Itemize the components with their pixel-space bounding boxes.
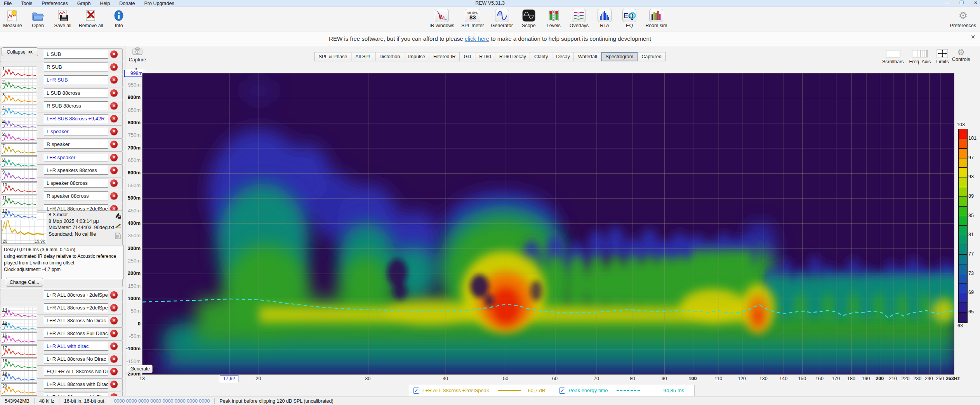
graph-controls-button[interactable]: ⚙ Controls — [952, 48, 970, 62]
remove-measurement-icon[interactable]: ✕ — [110, 368, 118, 375]
message-close-icon[interactable]: ✕ — [971, 34, 975, 40]
remove-measurement-icon[interactable]: ✕ — [110, 154, 118, 161]
measurement-thumbnail[interactable]: 3 — [1, 92, 37, 104]
close-icon[interactable]: ✕ — [974, 0, 978, 5]
selected-measurement-panel[interactable]: 132019,9k8-3.mdat8 Μαρ 2025 4:03:14 μμMi… — [0, 210, 123, 287]
menu-item-preferences[interactable]: Preferences — [42, 1, 68, 6]
toolbar-button-eq[interactable]: EQEQ — [620, 9, 638, 28]
toolbar-button-scope[interactable]: Scope — [520, 9, 538, 28]
graph-tab-spectrogram[interactable]: Spectrogram — [601, 52, 638, 61]
graph-tab-waterfall[interactable]: Waterfall — [574, 52, 601, 61]
measurement-thumbnail[interactable]: 8 — [1, 156, 37, 169]
notes-icon[interactable] — [115, 233, 122, 240]
remove-measurement-icon[interactable]: ✕ — [110, 89, 118, 97]
graph-tab-spl-phase[interactable]: SPL & Phase — [314, 52, 351, 61]
measurement-name-field[interactable]: L+R speakers 88cross — [44, 166, 108, 175]
remove-measurement-icon[interactable]: ✕ — [110, 128, 118, 135]
graph-tab-decay[interactable]: Decay — [552, 52, 574, 61]
toolbar-button-remove-all[interactable]: Remove all — [79, 9, 103, 28]
measurement-name-field[interactable]: R SUB 88cross — [44, 101, 108, 110]
collapse-sidebar-button[interactable]: Collapse ≪ — [2, 47, 38, 56]
trace-style-icon[interactable] — [115, 223, 122, 229]
remove-measurement-icon[interactable]: ✕ — [110, 291, 118, 299]
graph-tab-distortion[interactable]: Distortion — [375, 52, 404, 61]
legend-checkbox[interactable]: ✓ — [559, 388, 565, 394]
toolbar-button-preferences[interactable]: ⚙Preferences — [950, 9, 976, 28]
remove-measurement-icon[interactable]: ✕ — [110, 381, 118, 388]
measurement-name-field[interactable]: R speaker — [44, 140, 108, 149]
toolbar-button-measure[interactable]: Measure — [3, 9, 22, 28]
measurement-thumbnail[interactable]: 18 — [1, 358, 37, 370]
measurement-name-field[interactable]: R SUB — [44, 63, 108, 71]
measurement-name-field[interactable]: EQ L+R ALL 88cross No Dira — [44, 367, 108, 376]
remove-measurement-icon[interactable]: ✕ — [110, 141, 118, 148]
edit-name-icon[interactable] — [115, 212, 122, 220]
toolbar-button-rta[interactable]: RTA — [596, 9, 613, 28]
measurement-thumbnail[interactable]: 20 — [1, 383, 37, 396]
measurement-name-field[interactable]: L+R SUB 88cross +9,42R — [44, 114, 108, 123]
menu-item-pro-upgrades[interactable]: Pro Upgrades — [144, 1, 174, 6]
change-cal-button[interactable]: Change Cal... — [6, 278, 43, 287]
toolbar-button-overlays[interactable]: Overlays — [570, 9, 589, 28]
measurement-row[interactable]: L+R ALL 88cross +2delSpeak✕ — [0, 289, 123, 302]
toolbar-button-levels[interactable]: 0369Levels — [545, 9, 563, 28]
measurement-name-field[interactable]: L+R ALL 88cross Full Dirac — [44, 329, 108, 338]
remove-measurement-icon[interactable]: ✕ — [110, 102, 118, 110]
remove-measurement-icon[interactable]: ✕ — [110, 342, 118, 350]
remove-measurement-icon[interactable]: ✕ — [110, 317, 118, 324]
measurement-name-field[interactable]: L speaker — [44, 127, 108, 136]
measurement-thumbnail[interactable]: 17 — [1, 345, 37, 358]
graph-tab-clarity[interactable]: Clarity — [530, 52, 552, 61]
measurement-name-field[interactable]: L+R ALL 88cross with Dirac — [44, 393, 108, 396]
remove-measurement-icon[interactable]: ✕ — [110, 50, 118, 58]
remove-measurement-icon[interactable]: ✕ — [110, 167, 118, 174]
measurement-name-field[interactable]: L+R ALL with dirac — [44, 342, 108, 351]
measurement-name-field[interactable]: L+R ALL 88cross with Dirac — [44, 380, 108, 389]
measurement-thumbnail[interactable]: 10 — [1, 182, 37, 195]
menu-item-file[interactable]: File — [4, 1, 12, 6]
measurement-name-field[interactable]: L speaker 88cross — [44, 179, 108, 188]
remove-measurement-icon[interactable]: ✕ — [110, 330, 118, 337]
measurement-thumbnail[interactable]: 14 — [1, 307, 37, 319]
graph-tab-all-spl[interactable]: All SPL — [351, 52, 375, 61]
graph-tab-gd[interactable]: GD — [460, 52, 476, 61]
measurement-name-field[interactable]: L+R SUB — [44, 75, 108, 84]
maximize-icon[interactable]: ❐ — [959, 0, 964, 5]
toolbar-button-save-all[interactable]: Save all — [54, 9, 72, 28]
legend-checkbox[interactable]: ✓ — [413, 388, 419, 394]
toolbar-button-ir-windows[interactable]: IR windows — [429, 9, 454, 28]
measurement-thumbnail[interactable]: 5 — [1, 118, 37, 130]
toolbar-button-room-sim[interactable]: Room sim — [645, 9, 667, 28]
graph-tab-rt60-decay[interactable]: RT60 Decay — [495, 52, 530, 61]
measurement-name-field[interactable]: L+R ALL 88cross No Dirac — [44, 316, 108, 325]
measurement-thumbnail[interactable]: 15 — [1, 320, 37, 332]
graph-control-scrollbars[interactable]: Scrollbars — [882, 49, 904, 64]
minimize-icon[interactable]: — — [945, 0, 949, 5]
remove-measurement-icon[interactable]: ✕ — [110, 76, 118, 83]
toolbar-button-spl-meter[interactable]: dB SPL83SPL meter — [461, 9, 484, 28]
remove-measurement-icon[interactable]: ✕ — [110, 393, 118, 396]
measurement-thumbnail[interactable]: 16 — [1, 332, 37, 345]
measurement-name-field[interactable]: L SUB 88cross — [44, 89, 108, 97]
graph-control-freq-axis[interactable]: Freq. Axis — [909, 49, 931, 64]
menu-item-help[interactable]: Help — [100, 1, 110, 6]
graph-tab-filtered-ir[interactable]: Filtered IR — [429, 52, 460, 61]
graph-tab-impulse[interactable]: Impulse — [404, 52, 429, 61]
measurement-thumbnail[interactable]: 12 — [1, 208, 37, 220]
menu-item-tools[interactable]: Tools — [21, 1, 32, 6]
measurement-thumbnail[interactable]: 11 — [1, 195, 37, 207]
toolbar-button-info[interactable]: Info — [110, 9, 128, 28]
remove-measurement-icon[interactable]: ✕ — [110, 115, 118, 122]
graph-control-limits[interactable]: Limits — [936, 49, 949, 64]
capture-button[interactable]: Capture — [127, 47, 148, 63]
measurement-thumbnail[interactable]: 1 — [1, 66, 37, 78]
measurement-thumbnail[interactable]: 4 — [1, 105, 37, 117]
measurement-thumbnail[interactable]: 2 — [1, 79, 37, 91]
measurement-name-field[interactable]: L+R ALL 88cross +2delSpeak — [44, 303, 108, 312]
generate-button[interactable]: Generate — [128, 365, 153, 373]
measurement-name-field[interactable]: L+R speaker — [44, 153, 108, 162]
remove-measurement-icon[interactable]: ✕ — [110, 179, 118, 187]
measurement-name-field[interactable]: L+R ALL 88cross +2delSpeak — [44, 290, 108, 299]
donate-link[interactable]: click here — [465, 35, 489, 42]
measurement-name-field[interactable]: L+R ALL 88cross No Dirac — [44, 355, 108, 363]
